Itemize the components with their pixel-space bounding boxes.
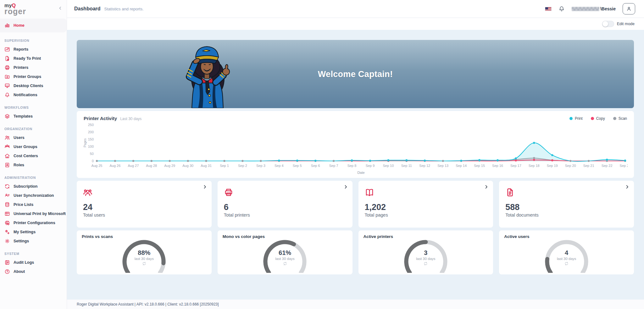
svg-text:Sep 18: Sep 18 xyxy=(529,164,540,168)
sidebar-item-label: Printer Configurations xyxy=(14,221,55,225)
logo-roger: roger xyxy=(4,7,26,15)
gauge-card-prints-vs-scans: Prints vs scans88%last 30 days xyxy=(77,230,212,274)
sidebar-item-ready-to-print[interactable]: Ready To Print xyxy=(0,54,67,63)
sidebar-item-subscription[interactable]: Subscription xyxy=(0,182,67,191)
sidebar-item-label: Audit Logs xyxy=(14,260,34,265)
legend-item-print[interactable]: Print xyxy=(569,116,583,121)
signed-in-user[interactable]: \Bessie xyxy=(572,6,616,11)
stat-label: Total printers xyxy=(224,212,346,218)
svg-text:Aug 27: Aug 27 xyxy=(128,164,139,168)
sidebar-item-my-settings[interactable]: My Settings xyxy=(0,227,67,236)
stat-card-total-pages[interactable]: 1,202Total pages xyxy=(358,181,493,228)
svg-text:Sep 9: Sep 9 xyxy=(366,164,375,168)
gauge-value: 88% xyxy=(120,249,168,256)
stat-label: Total documents xyxy=(505,212,628,218)
legend-label: Copy xyxy=(596,116,605,121)
chart-title: Printer Activity xyxy=(84,116,117,121)
stat-card-total-documents[interactable]: 588Total documents xyxy=(499,181,634,228)
sidebar-item-about[interactable]: About xyxy=(0,267,67,276)
svg-text:Sep 8: Sep 8 xyxy=(347,164,357,168)
svg-text:Sep 22: Sep 22 xyxy=(602,164,613,168)
gauge-period: last 30 days xyxy=(261,257,308,261)
sidebar-item-roles[interactable]: Roles xyxy=(0,160,67,169)
printer-activity-chart: 050100150200250PagesAug 25Aug 26Aug 27Au… xyxy=(83,122,628,176)
sidebar-item-users[interactable]: Users xyxy=(0,133,67,142)
templates-icon xyxy=(4,113,10,119)
legend-label: Print xyxy=(575,116,583,121)
captain-illustration xyxy=(167,40,245,108)
svg-text:200: 200 xyxy=(88,130,94,134)
notifications-bell-icon[interactable] xyxy=(558,6,565,12)
gauge: 3last 30 days xyxy=(402,239,449,274)
subscription-icon xyxy=(4,184,10,189)
printer-configurations-icon xyxy=(4,220,10,226)
universal-print-icon xyxy=(4,211,10,217)
svg-text:0: 0 xyxy=(92,159,94,163)
stat-card-chevron-icon[interactable] xyxy=(484,185,489,190)
sidebar-item-label: Templates xyxy=(14,114,33,119)
sidebar-item-cost-centers[interactable]: Cost Centers xyxy=(0,151,67,160)
svg-text:100: 100 xyxy=(88,145,94,148)
stat-card-chevron-icon[interactable] xyxy=(625,185,630,190)
sidebar-item-label: Printers xyxy=(14,65,28,70)
stat-label: Total pages xyxy=(365,212,487,218)
printer-icon xyxy=(224,188,346,198)
stat-card-total-printers[interactable]: 6Total printers xyxy=(218,181,353,228)
svg-text:Sep 3: Sep 3 xyxy=(256,164,265,168)
svg-text:Sep 16: Sep 16 xyxy=(492,164,503,168)
sidebar-item-home[interactable]: Home xyxy=(0,19,67,32)
svg-text:Sep 14: Sep 14 xyxy=(456,164,467,168)
edit-mode-toggle[interactable] xyxy=(602,21,614,27)
refresh-icon[interactable] xyxy=(261,262,308,266)
svg-text:Aug 28: Aug 28 xyxy=(146,164,157,168)
ready-to-print-icon xyxy=(4,56,10,61)
svg-text:Sep 23: Sep 23 xyxy=(620,164,628,168)
gauge: 88%last 30 days xyxy=(120,239,168,274)
sidebar-item-desktop-clients[interactable]: Desktop Clients xyxy=(0,81,67,90)
stat-value: 6 xyxy=(224,203,346,212)
svg-text:Sep 17: Sep 17 xyxy=(510,164,521,168)
sidebar-item-label: Notifications xyxy=(14,93,37,97)
stat-cards-row: 24Total users6Total printers1,202Total p… xyxy=(77,181,634,228)
gauge-value: 61% xyxy=(261,249,308,256)
sidebar-item-price-lists[interactable]: Price Lists xyxy=(0,200,67,209)
sidebar-item-label: My Settings xyxy=(14,230,36,234)
stat-value: 24 xyxy=(83,203,205,212)
language-flag-icon[interactable] xyxy=(545,7,552,11)
legend-item-scan[interactable]: Scan xyxy=(613,116,627,121)
sidebar-item-user-synchronization[interactable]: User Synchronization xyxy=(0,191,67,200)
sidebar-item-printer-groups[interactable]: Printer Groups xyxy=(0,72,67,81)
sidebar-collapse-icon[interactable] xyxy=(58,6,63,12)
sidebar-item-universal-print-by-microsoft[interactable]: Universal Print by Microsoft xyxy=(0,209,67,218)
page-subtitle: Statistics and reports. xyxy=(104,7,144,11)
sidebar-item-templates[interactable]: Templates xyxy=(0,112,67,121)
sidebar-item-notifications[interactable]: Notifications xyxy=(0,90,67,99)
refresh-icon[interactable] xyxy=(402,262,449,266)
sidebar-item-label: Desktop Clients xyxy=(14,84,43,88)
sidebar-item-user-groups[interactable]: User Groups xyxy=(0,142,67,151)
sidebar-item-audit-logs[interactable]: Audit Logs xyxy=(0,258,67,267)
sidebar-item-label: Cost Centers xyxy=(14,154,38,158)
refresh-icon[interactable] xyxy=(543,262,590,266)
stat-value: 588 xyxy=(505,203,628,212)
stat-card-total-users[interactable]: 24Total users xyxy=(77,181,212,228)
stat-card-chevron-icon[interactable] xyxy=(343,185,348,190)
legend-item-copy[interactable]: Copy xyxy=(591,116,605,121)
printers-icon xyxy=(4,65,10,70)
settings-icon xyxy=(4,238,10,244)
legend-label: Scan xyxy=(619,116,627,121)
gauge-cards-row: Prints vs scans88%last 30 daysMono vs co… xyxy=(77,230,634,274)
sidebar-item-reports[interactable]: Reports xyxy=(0,45,67,54)
sidebar-item-printer-configurations[interactable]: Printer Configurations xyxy=(0,218,67,227)
stat-card-chevron-icon[interactable] xyxy=(203,185,207,190)
gauge-title: Active users xyxy=(504,234,629,239)
svg-text:Sep 19: Sep 19 xyxy=(547,164,558,168)
reports-icon xyxy=(4,47,10,52)
svg-text:Sep 6: Sep 6 xyxy=(311,164,320,168)
sidebar-item-settings[interactable]: Settings xyxy=(0,236,67,246)
refresh-icon[interactable] xyxy=(120,262,168,266)
svg-text:Sep 20: Sep 20 xyxy=(565,164,576,168)
sidebar-item-printers[interactable]: Printers xyxy=(0,63,67,72)
dashboard-content: Welcome Captain! Printer Activity Last 3… xyxy=(67,30,644,300)
user-avatar-button[interactable] xyxy=(623,3,635,14)
